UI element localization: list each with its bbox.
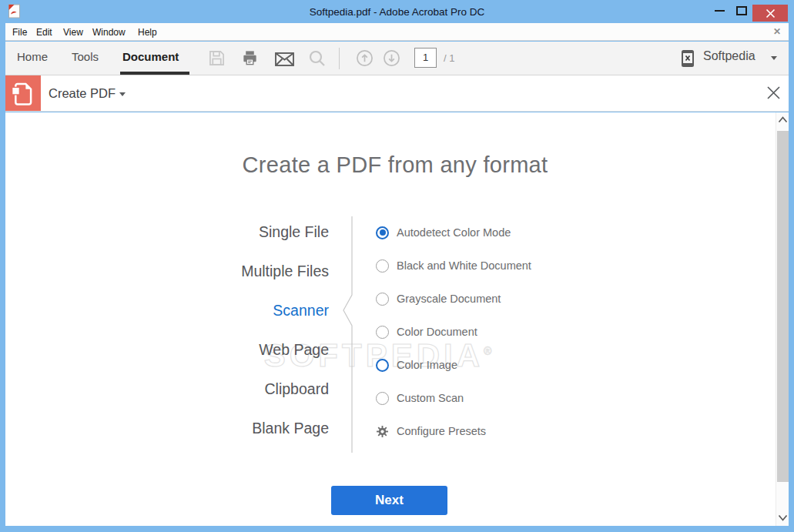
previous-page-icon[interactable] bbox=[356, 49, 374, 70]
gear-icon bbox=[376, 425, 389, 438]
panel-heading: Create a PDF from any format bbox=[10, 152, 780, 178]
create-pdf-title[interactable]: Create PDF bbox=[49, 86, 116, 101]
radio-icon[interactable] bbox=[376, 392, 389, 405]
source-divider bbox=[340, 212, 363, 459]
create-pdf-icon bbox=[5, 75, 41, 111]
create-pdf-bar: Create PDF bbox=[5, 75, 789, 112]
create-pdf-caret-icon[interactable] bbox=[119, 92, 126, 96]
mobile-device-icon[interactable] bbox=[681, 49, 695, 71]
source-single-file[interactable]: Single File bbox=[5, 212, 329, 252]
minimize-button[interactable] bbox=[715, 10, 725, 12]
acrobat-window: Softpedia.pdf - Adobe Acrobat Pro DC Fil… bbox=[0, 0, 794, 532]
close-button[interactable] bbox=[752, 5, 788, 22]
menu-view[interactable]: View bbox=[63, 27, 83, 38]
toolbar-separator bbox=[339, 48, 340, 69]
radio-icon[interactable] bbox=[376, 259, 389, 273]
scroll-down-icon[interactable] bbox=[778, 514, 788, 521]
next-button[interactable]: Next bbox=[331, 486, 447, 515]
maximize-button[interactable] bbox=[736, 6, 747, 15]
toolbar: Home Tools Document bbox=[5, 42, 789, 75]
menu-bar: File Edit View Window Help ✕ bbox=[5, 23, 789, 41]
radio-hover-icon[interactable] bbox=[376, 359, 389, 372]
create-pdf-panel: SOFTPEDIA® Create a PDF from any format … bbox=[5, 112, 776, 526]
scroll-up-icon[interactable] bbox=[778, 116, 788, 123]
option-color-document[interactable]: Color Document bbox=[376, 323, 477, 340]
source-scanner[interactable]: Scanner bbox=[5, 291, 329, 330]
menu-help[interactable]: Help bbox=[138, 27, 157, 38]
source-list: Single File Multiple Files Scanner Web P… bbox=[5, 212, 329, 448]
search-icon[interactable] bbox=[308, 49, 326, 70]
source-clipboard[interactable]: Clipboard bbox=[5, 370, 329, 409]
radio-icon[interactable] bbox=[376, 293, 389, 306]
account-caret-icon bbox=[771, 56, 777, 60]
menu-window[interactable]: Window bbox=[92, 27, 126, 38]
menu-file[interactable]: File bbox=[12, 27, 27, 38]
radio-selected-icon[interactable] bbox=[376, 226, 389, 239]
option-black-white[interactable]: Black and White Document bbox=[376, 257, 531, 274]
active-tab-underline bbox=[120, 72, 189, 75]
email-icon[interactable] bbox=[275, 52, 294, 69]
option-grayscale[interactable]: Grayscale Document bbox=[376, 290, 501, 307]
source-blank-page[interactable]: Blank Page bbox=[5, 409, 329, 448]
configure-presets[interactable]: Configure Presets bbox=[376, 423, 486, 440]
account-dropdown[interactable]: Softpedia bbox=[703, 49, 755, 63]
tab-tools[interactable]: Tools bbox=[72, 50, 99, 63]
tab-home[interactable]: Home bbox=[17, 50, 48, 63]
menubar-close-icon[interactable]: ✕ bbox=[773, 26, 781, 37]
vertical-scrollbar[interactable] bbox=[776, 112, 789, 526]
option-color-image[interactable]: Color Image bbox=[376, 356, 457, 373]
next-page-icon[interactable] bbox=[383, 49, 400, 70]
option-autodetect[interactable]: Autodetect Color Mode bbox=[376, 224, 511, 241]
page-number-input[interactable]: 1 bbox=[414, 48, 437, 68]
tab-document[interactable]: Document bbox=[122, 50, 179, 63]
option-custom-scan[interactable]: Custom Scan bbox=[376, 390, 464, 407]
source-multiple-files[interactable]: Multiple Files bbox=[5, 252, 329, 291]
source-web-page[interactable]: Web Page bbox=[5, 330, 329, 370]
close-icon bbox=[766, 8, 776, 18]
print-icon[interactable] bbox=[241, 49, 259, 70]
scrollbar-thumb[interactable] bbox=[777, 131, 789, 482]
window-title: Softpedia.pdf - Adobe Acrobat Pro DC bbox=[0, 0, 794, 18]
menu-edit[interactable]: Edit bbox=[36, 27, 52, 38]
radio-icon[interactable] bbox=[376, 326, 389, 339]
save-icon[interactable] bbox=[209, 50, 225, 69]
page-total-label: / 1 bbox=[444, 52, 454, 64]
create-pdf-close-button[interactable] bbox=[766, 85, 781, 103]
create-pdf-close-icon bbox=[766, 85, 781, 100]
